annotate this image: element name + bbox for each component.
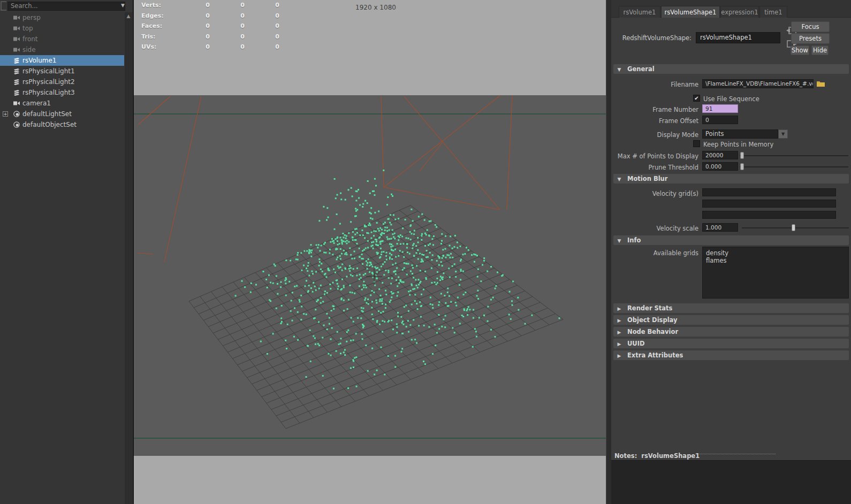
outliner-item-label: defaultLightSet <box>22 110 72 118</box>
camera-icon <box>13 100 20 106</box>
collapsed-triangle-icon: ▶ <box>613 304 625 314</box>
section-object-display[interactable]: ▶ Object Display <box>613 315 849 325</box>
keep-points-checkbox[interactable] <box>693 140 700 147</box>
notes-label: Notes: rsVolumeShape1 <box>614 452 700 460</box>
hud-row: Edges:000 <box>140 11 285 21</box>
outliner-search-row: Search... ▼ <box>0 0 133 12</box>
hide-button[interactable]: Hide <box>811 45 829 55</box>
volume-icon <box>13 89 20 96</box>
ae-tab-strip: rsVolume1 rsVolumeShape1 expression1 tim… <box>611 0 851 18</box>
collapsed-triangle-icon: ▶ <box>613 316 625 325</box>
node-name-field[interactable]: rsVolumeShape1 <box>696 32 780 43</box>
focus-button[interactable]: Focus <box>791 21 830 32</box>
max-points-field[interactable]: 20000 <box>702 151 738 159</box>
viewport-panel[interactable]: Verts:000Edges:000Faces:000Tris:000UVs:0… <box>133 0 606 504</box>
max-points-slider[interactable] <box>740 155 848 156</box>
hud-row: UVs:000 <box>140 42 285 52</box>
outliner-item-front[interactable]: front <box>0 34 124 44</box>
section-render-stats[interactable]: ▶ Render Stats <box>613 303 849 313</box>
velocity-grid-field-3[interactable] <box>702 211 836 219</box>
outliner-item-top[interactable]: top <box>0 23 124 34</box>
outliner-item-defaultobjectset[interactable]: defaultObjectSet <box>0 119 124 130</box>
section-extra-attributes[interactable]: ▶ Extra Attributes <box>613 350 849 360</box>
keep-points-label: Keep Points in Memory <box>703 141 773 148</box>
section-uuid[interactable]: ▶ UUID <box>613 339 849 348</box>
frame-number-field[interactable]: 91 <box>702 104 738 113</box>
notes-resize-handle[interactable] <box>695 454 776 454</box>
prune-threshold-slider-handle[interactable] <box>740 163 744 170</box>
outliner-item-label: persp <box>22 14 41 21</box>
outliner-item-rsphysicallight3[interactable]: rsPhysicalLight3 <box>0 87 124 98</box>
expand-plus-icon[interactable]: + <box>3 111 8 117</box>
camera-icon <box>13 14 20 21</box>
velocity-scale-label: Velocity scale <box>611 225 698 232</box>
panel-separator[interactable] <box>606 0 611 504</box>
tab-rsvolumeshape1[interactable]: rsVolumeShape1 <box>661 6 720 18</box>
volume-icon <box>13 79 20 85</box>
outliner-item-label: defaultObjectSet <box>22 121 77 128</box>
presets-button[interactable]: Presets <box>791 33 830 44</box>
velocity-grids-label: Velocity grid(s) <box>611 190 698 197</box>
collapsed-triangle-icon: ▶ <box>613 351 625 361</box>
velocity-scale-field[interactable]: 1.000 <box>702 223 738 232</box>
notes-textarea[interactable] <box>611 460 851 504</box>
outliner-item-label: rsPhysicalLight2 <box>22 78 75 86</box>
set-icon <box>13 121 20 128</box>
search-input[interactable]: Search... <box>7 2 125 11</box>
scroll-up-icon[interactable]: ▲ <box>125 13 132 19</box>
outliner-item-rsphysicallight1[interactable]: rsPhysicalLight1 <box>0 66 124 77</box>
use-file-sequence-checkbox[interactable]: ✔ <box>693 95 700 102</box>
velocity-scale-slider-handle[interactable] <box>792 224 795 231</box>
collapsed-triangle-icon: ▶ <box>613 327 625 337</box>
max-points-slider-handle[interactable] <box>740 152 744 159</box>
tab-expression1[interactable]: expression1 <box>720 6 759 18</box>
tab-rsvolume1[interactable]: rsVolume1 <box>619 6 660 18</box>
display-mode-label: Display Mode <box>611 131 698 139</box>
display-mode-arrow-icon[interactable]: ▼ <box>778 129 788 139</box>
frame-offset-label: Frame Offset <box>611 117 698 125</box>
velocity-scale-slider[interactable] <box>742 227 849 228</box>
resolution-gate-label: 1920 x 1080 <box>344 4 408 11</box>
hud-row: Faces:000 <box>140 21 285 32</box>
volume-icon <box>13 57 20 64</box>
outliner-item-label: side <box>22 46 36 54</box>
filename-label: Filename <box>611 81 698 88</box>
outliner-item-label: rsVolume1 <box>22 57 56 64</box>
outliner-item-label: rsPhysicalLight3 <box>22 89 75 96</box>
tab-time1[interactable]: time1 <box>759 6 787 18</box>
outliner-item-persp[interactable]: persp <box>0 12 124 23</box>
maya-window: Search... ▼ persptopfrontsidersVolume1rs… <box>0 0 851 504</box>
section-node-behavior[interactable]: ▶ Node Behavior <box>613 327 849 337</box>
velocity-grid-field-1[interactable] <box>702 188 836 196</box>
viewport-canvas <box>134 0 607 504</box>
show-button[interactable]: Show <box>791 45 809 55</box>
outliner-item-camera1[interactable]: camera1 <box>0 98 124 109</box>
section-general[interactable]: ▼ General <box>613 64 849 74</box>
outliner-item-side[interactable]: side <box>0 44 124 55</box>
outliner-item-defaultlightset[interactable]: +defaultLightSet <box>0 109 124 119</box>
outliner-item-rsvolume1[interactable]: rsVolume1 <box>0 55 124 66</box>
folder-browse-icon[interactable] <box>816 80 825 87</box>
display-mode-select[interactable]: Points <box>702 129 778 139</box>
attribute-editor-panel: rsVolume1 rsVolumeShape1 expression1 tim… <box>611 0 851 504</box>
outliner-scrollbar[interactable]: ▲ <box>125 12 132 504</box>
prune-threshold-label: Prune Threshold <box>611 164 698 171</box>
camera-icon <box>13 25 20 32</box>
section-info[interactable]: ▼ Info <box>613 235 849 245</box>
filename-field[interactable]: \FlameLineFX_VDB\FlameLineFX6_#.vdb <box>702 79 814 88</box>
available-grids-box[interactable]: density flames <box>702 247 849 299</box>
chevron-down-icon[interactable]: ▼ <box>121 3 125 8</box>
prune-threshold-slider[interactable] <box>740 166 848 167</box>
section-motion-blur[interactable]: ▼ Motion Blur <box>613 174 849 184</box>
outliner-item-rsphysicallight2[interactable]: rsPhysicalLight2 <box>0 77 124 87</box>
camera-icon <box>13 36 20 42</box>
heads-up-display: Verts:000Edges:000Faces:000Tris:000UVs:0… <box>140 0 285 52</box>
prune-threshold-field[interactable]: 0.000 <box>702 162 738 171</box>
panel-grab-icon[interactable] <box>1 1 6 11</box>
expanded-triangle-icon: ▼ <box>613 65 625 74</box>
frame-offset-field[interactable]: 0 <box>702 116 738 124</box>
frame-number-label: Frame Number <box>611 106 698 113</box>
available-grids-label: Available grids <box>611 249 698 257</box>
collapsed-triangle-icon: ▶ <box>613 339 625 349</box>
velocity-grid-field-2[interactable] <box>702 200 836 208</box>
